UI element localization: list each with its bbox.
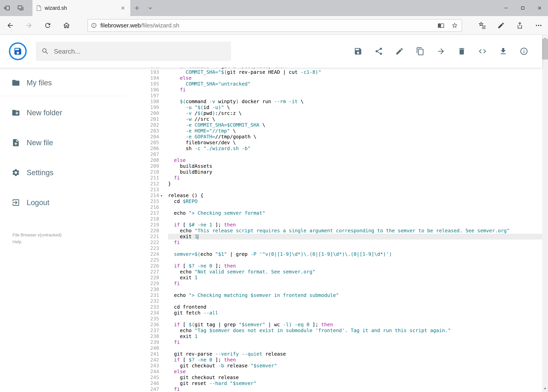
share-button[interactable] bbox=[368, 41, 389, 62]
sidebar-item-new-folder[interactable]: New folder bbox=[0, 103, 126, 123]
favorite-star-button[interactable] bbox=[450, 20, 460, 30]
browser-tab[interactable]: wizard.sh bbox=[33, 0, 130, 16]
code-line[interactable]: 234 git fetch --all bbox=[126, 310, 542, 316]
minimize-button[interactable] bbox=[498, 0, 514, 16]
code-line[interactable]: 200 -v /$(pwd):/src:z \ bbox=[126, 110, 542, 116]
sidebar-item-logout[interactable]: Logout bbox=[0, 193, 126, 212]
code-line[interactable]: 210 buildBinary bbox=[126, 169, 542, 175]
info-button[interactable] bbox=[513, 41, 534, 62]
code-line[interactable]: 244 else bbox=[126, 369, 542, 375]
code-line[interactable]: 233 cd frontend bbox=[126, 304, 542, 310]
settings-more-button[interactable] bbox=[529, 16, 548, 35]
code-line[interactable]: 220 echo "This release script requires a… bbox=[126, 228, 542, 234]
code-line[interactable]: 224 semver=$(echo "$1" | grep -P '^v(0|[… bbox=[126, 251, 542, 257]
page-scrollbar[interactable]: ▲ ▼ bbox=[542, 35, 548, 392]
hub-button[interactable] bbox=[473, 16, 492, 35]
code-line[interactable]: 204 -e GOPATH=//tmp/gopath \ bbox=[126, 134, 542, 140]
code-line[interactable]: 216 bbox=[126, 204, 542, 210]
code-line[interactable]: 226 if [ $? -ne 0 ]; then bbox=[126, 263, 542, 269]
address-bar[interactable]: filebrowser.web/files/wizard.sh bbox=[88, 19, 462, 32]
search-input[interactable] bbox=[54, 48, 231, 55]
code-line[interactable]: 239 fi bbox=[126, 339, 542, 345]
code-line[interactable]: 201 -w //src \ bbox=[126, 116, 542, 122]
delete-button[interactable] bbox=[451, 41, 472, 62]
sidebar-item-settings[interactable]: Settings bbox=[0, 163, 126, 182]
code-line[interactable]: 221 exit 1 bbox=[126, 234, 542, 239]
scrollbar-thumb[interactable] bbox=[542, 39, 548, 59]
tab-close-button[interactable] bbox=[119, 4, 127, 12]
code-line[interactable]: 217 echo "> Checking semver format" bbox=[126, 210, 542, 216]
code-line[interactable]: 197 bbox=[126, 93, 542, 99]
share-page-button[interactable] bbox=[510, 16, 529, 35]
code-line[interactable]: 245 git checkout release bbox=[126, 375, 542, 380]
save-button[interactable] bbox=[348, 41, 368, 62]
code-line[interactable]: 212} bbox=[126, 181, 542, 187]
forward-button[interactable] bbox=[20, 16, 38, 35]
new-tab-button[interactable] bbox=[130, 0, 144, 16]
code-line[interactable]: 247 fi bbox=[126, 386, 542, 392]
rename-button[interactable] bbox=[389, 41, 410, 62]
code-line[interactable]: 241 git rev-parse --verify --quiet relea… bbox=[126, 351, 542, 357]
code-line[interactable]: 195 COMMIT_SHA="untracked" bbox=[126, 81, 542, 87]
filebrowser-logo-icon[interactable] bbox=[9, 42, 27, 60]
code-line[interactable]: 231 echo "> Checking matching $semver in… bbox=[126, 292, 542, 298]
sidebar-item-new-file[interactable]: New file bbox=[0, 133, 126, 153]
code-line[interactable]: 215 cd $REPO bbox=[126, 198, 542, 204]
code-line[interactable]: 211 fi bbox=[126, 175, 542, 181]
code-line[interactable]: 192 if command -v git &> /dev/null; then bbox=[126, 68, 542, 69]
code-line[interactable]: 229 fi bbox=[126, 281, 542, 287]
web-note-button[interactable] bbox=[492, 16, 510, 35]
code-line[interactable]: 242 if [ $? -ne 0 ]; then bbox=[126, 357, 542, 363]
back-button[interactable] bbox=[1, 16, 20, 35]
close-window-button[interactable] bbox=[531, 0, 548, 16]
code-line[interactable]: 228 exit 1 bbox=[126, 275, 542, 281]
code-line[interactable]: 199 -u "$(id -u)" \ bbox=[126, 105, 542, 110]
code-line[interactable]: 218 bbox=[126, 216, 542, 222]
code-line[interactable]: 214▾release () { bbox=[126, 193, 542, 198]
home-button[interactable] bbox=[57, 16, 76, 35]
code-line[interactable]: 238 exit 1 bbox=[126, 334, 542, 339]
code-line[interactable]: 219 if [ $# -ne 1 ]; then bbox=[126, 222, 542, 228]
code-line[interactable]: 198 $(command -v winpty) docker run --rm… bbox=[126, 99, 542, 105]
help-link[interactable]: Help bbox=[13, 238, 62, 245]
code-line[interactable]: 243 git checkout -b release "$semver" bbox=[126, 363, 542, 369]
code-line[interactable]: 202 -e COMMIT_SHA=$COMMIT_SHA \ bbox=[126, 122, 542, 128]
site-info-icon[interactable] bbox=[91, 22, 97, 28]
code-line[interactable]: 225 bbox=[126, 257, 542, 263]
code-line[interactable]: 223 bbox=[126, 245, 542, 251]
code-line[interactable]: 206 sh -c "./wizard.sh -b" bbox=[126, 146, 542, 152]
code-line[interactable]: 236 if [ $(git tag | grep "$semver" | wc… bbox=[126, 322, 542, 328]
code-line[interactable]: 237 echo "Tag $semver does not exist in … bbox=[126, 328, 542, 334]
code-line[interactable]: 205 filebrowser/dev \ bbox=[126, 140, 542, 146]
tab-list-chevron-button[interactable] bbox=[144, 0, 157, 16]
code-line[interactable]: 235 bbox=[126, 316, 542, 322]
code-line[interactable]: 222 fi bbox=[126, 239, 542, 245]
code-line[interactable]: 232 bbox=[126, 298, 542, 304]
code-line[interactable]: 207 bbox=[126, 152, 542, 157]
tab-preview-button[interactable] bbox=[14, 0, 28, 16]
code-line[interactable]: 213 bbox=[126, 187, 542, 193]
move-button[interactable] bbox=[431, 41, 451, 62]
refresh-button[interactable] bbox=[38, 16, 57, 35]
copy-button[interactable] bbox=[410, 41, 431, 62]
code-editor-button[interactable] bbox=[472, 41, 493, 62]
code-line[interactable]: 208 else bbox=[126, 157, 542, 163]
code-editor[interactable]: 192 if command -v git &> /dev/null; then… bbox=[126, 68, 542, 392]
reading-view-button[interactable] bbox=[436, 20, 446, 30]
fold-arrow-icon[interactable]: ▾ bbox=[159, 193, 168, 198]
code-line[interactable]: 194 else bbox=[126, 75, 542, 81]
code-line[interactable]: 240 bbox=[126, 345, 542, 351]
code-line[interactable]: 193 COMMIT_SHA="$(git rev-parse HEAD | c… bbox=[126, 69, 542, 75]
code-line[interactable]: 246 git reset --hard "$semver" bbox=[126, 380, 542, 386]
code-line[interactable]: 209 buildAssets bbox=[126, 163, 542, 169]
code-line[interactable]: 230 bbox=[126, 287, 542, 292]
maximize-button[interactable] bbox=[514, 0, 531, 16]
search-box[interactable] bbox=[36, 42, 231, 61]
code-line[interactable]: 203 -e HOME="//tmp" \ bbox=[126, 128, 542, 134]
code-line[interactable]: 227 echo "Not valid semver format. See s… bbox=[126, 269, 542, 275]
set-aside-tabs-button[interactable] bbox=[0, 0, 14, 16]
download-button[interactable] bbox=[493, 41, 513, 62]
code-line[interactable]: 196 fi bbox=[126, 87, 542, 93]
sidebar-item-my-files[interactable]: My files bbox=[0, 73, 126, 93]
scroll-down-arrow[interactable]: ▼ bbox=[542, 385, 548, 392]
